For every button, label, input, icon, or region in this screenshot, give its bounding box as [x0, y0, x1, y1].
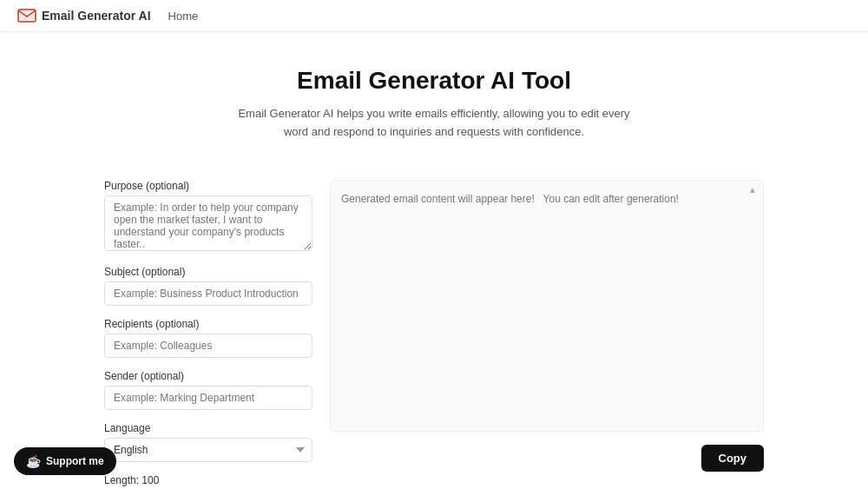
sender-label: Sender (optional) — [104, 370, 312, 382]
hero-description: Email Generator AI helps you write email… — [234, 105, 634, 142]
support-label: Support me — [46, 455, 104, 467]
subject-input[interactable] — [104, 281, 312, 306]
purpose-group: Purpose (optional) — [104, 180, 312, 254]
brand-label: Email Generator AI — [42, 9, 151, 23]
purpose-label: Purpose (optional) — [104, 180, 312, 192]
subject-label: Subject (optional) — [104, 266, 312, 278]
home-link[interactable]: Home — [168, 10, 199, 23]
language-group: Language English Spanish French German C… — [104, 422, 312, 462]
language-label: Language — [104, 422, 312, 434]
navbar: Email Generator AI Home — [0, 0, 868, 32]
collapse-icon[interactable]: ▲ — [748, 185, 757, 195]
subject-group: Subject (optional) — [104, 266, 312, 306]
copy-button[interactable]: Copy — [701, 445, 765, 472]
email-icon — [17, 9, 36, 23]
page-title: Email Generator AI Tool — [17, 67, 851, 95]
nav-brand: Email Generator AI — [17, 9, 151, 23]
main-content: Purpose (optional) Subject (optional) Re… — [87, 180, 781, 489]
sender-input[interactable] — [104, 386, 312, 410]
recipients-input[interactable] — [104, 334, 312, 358]
length-label: Length: 100 — [104, 474, 312, 486]
length-group: Length: 100 — [104, 474, 312, 489]
form-panel: Purpose (optional) Subject (optional) Re… — [104, 180, 312, 489]
hero-section: Email Generator AI Tool Email Generator … — [0, 32, 868, 159]
output-textarea[interactable] — [330, 180, 764, 432]
output-panel: ▲ Copy — [330, 180, 764, 440]
language-select[interactable]: English Spanish French German Chinese Ja… — [104, 438, 312, 462]
purpose-input[interactable] — [104, 195, 312, 251]
svg-rect-0 — [18, 10, 36, 22]
recipients-group: Recipients (optional) — [104, 318, 312, 358]
coffee-icon: ☕ — [26, 454, 41, 468]
support-button[interactable]: ☕ Support me — [14, 447, 116, 475]
sender-group: Sender (optional) — [104, 370, 312, 410]
recipients-label: Recipients (optional) — [104, 318, 312, 330]
